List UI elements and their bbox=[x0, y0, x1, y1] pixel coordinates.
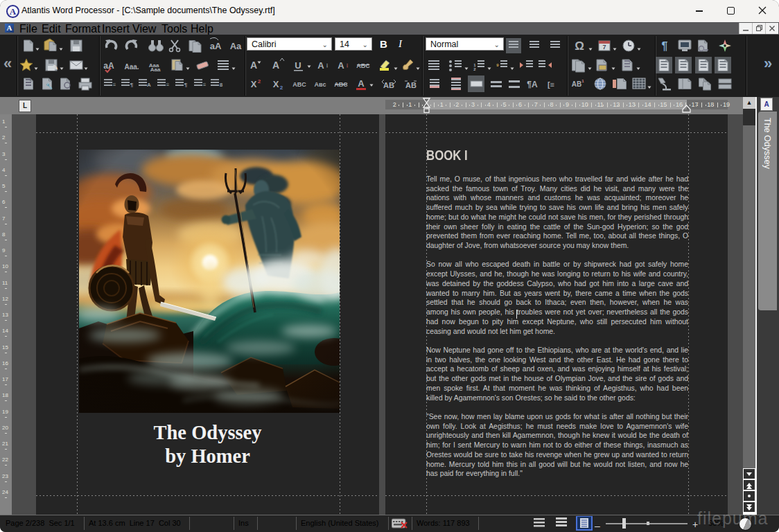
svg-text:A: A bbox=[147, 82, 151, 88]
svg-text:🔧: 🔧 bbox=[46, 82, 53, 89]
svg-text:2: 2 bbox=[280, 85, 283, 91]
svg-text:8: 8 bbox=[220, 82, 223, 88]
svg-text:A: A bbox=[272, 60, 279, 71]
svg-text:¶: ¶ bbox=[184, 82, 188, 88]
svg-text:¶: ¶ bbox=[662, 40, 668, 52]
svg-text:aA: aA bbox=[210, 41, 222, 51]
svg-text:7: 7 bbox=[602, 44, 606, 51]
svg-text:Aaa: Aaa bbox=[150, 66, 161, 73]
svg-text:✎: ✎ bbox=[53, 64, 58, 71]
svg-text:⁝: ⁝ bbox=[326, 62, 329, 69]
svg-text:A: A bbox=[338, 60, 344, 71]
svg-text:X: X bbox=[273, 79, 279, 89]
svg-text:Ω: Ω bbox=[575, 39, 584, 53]
svg-text:≡: ≡ bbox=[166, 82, 170, 88]
svg-text:¶A: ¶A bbox=[527, 80, 538, 89]
svg-text:≡: ≡ bbox=[113, 82, 116, 88]
svg-text:U: U bbox=[295, 60, 301, 71]
svg-text:AB: AB bbox=[383, 81, 394, 89]
svg-text:≡: ≡ bbox=[203, 82, 207, 88]
svg-text:Aaa.: Aaa. bbox=[124, 63, 139, 71]
svg-text:A: A bbox=[317, 60, 324, 71]
svg-text:A: A bbox=[250, 60, 257, 71]
svg-text:A: A bbox=[358, 78, 365, 89]
svg-text:AB: AB bbox=[405, 81, 417, 89]
svg-text:Aa: Aa bbox=[230, 41, 242, 51]
svg-text:ABC: ABC bbox=[292, 81, 306, 88]
svg-text:¶: ¶ bbox=[130, 82, 134, 88]
svg-text:X: X bbox=[251, 79, 257, 89]
svg-text:2: 2 bbox=[473, 67, 476, 71]
svg-text:⁝: ⁝ bbox=[347, 62, 349, 69]
svg-text:ABC: ABC bbox=[356, 62, 370, 69]
svg-text:1: 1 bbox=[581, 79, 584, 83]
svg-text:[≡: [≡ bbox=[548, 80, 554, 89]
svg-text:9: 9 bbox=[496, 63, 499, 67]
svg-text:AB: AB bbox=[572, 80, 581, 88]
svg-text:Aʙᴄ: Aʙᴄ bbox=[314, 81, 326, 88]
svg-text:2: 2 bbox=[258, 78, 261, 85]
